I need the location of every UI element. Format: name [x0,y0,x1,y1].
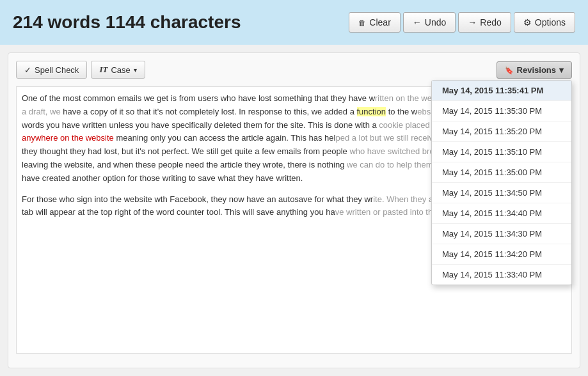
toolbar-left: Spell Check IT Case [16,61,145,79]
revisions-caret: ▾ [559,65,564,75]
revision-item-3[interactable]: May 14, 2015 11:35:10 PM [432,142,571,162]
revision-item-4[interactable]: May 14, 2015 11:35:00 PM [432,162,571,183]
check-icon [24,65,31,75]
revisions-button[interactable]: Revisions ▾ [497,61,572,79]
spell-check-button[interactable]: Spell Check [16,61,87,79]
header: 214 words 1144 characters Clear Undo Red… [0,0,588,45]
revision-item-8[interactable]: May 14, 2015 11:34:20 PM [432,244,571,265]
bookmark-icon [505,65,514,75]
revision-item-5[interactable]: May 14, 2015 11:34:50 PM [432,183,571,203]
revisions-dropdown: May 14, 2015 11:35:41 PM May 14, 2015 11… [431,80,572,285]
revision-item-9[interactable]: May 14, 2015 11:33:40 PM [432,265,571,285]
header-buttons: Clear Undo Redo Options [349,12,575,33]
trash-icon [358,17,366,27]
revision-item-1[interactable]: May 14, 2015 11:35:30 PM [432,101,571,121]
clear-button[interactable]: Clear [349,12,400,33]
undo-button[interactable]: Undo [403,12,456,33]
case-label: IT [99,65,107,75]
case-button[interactable]: IT Case [91,61,145,79]
revision-item-0[interactable]: May 14, 2015 11:35:41 PM [432,81,571,101]
revision-item-6[interactable]: May 14, 2015 11:34:40 PM [432,203,571,224]
options-button[interactable]: Options [514,12,575,33]
gear-icon [523,17,532,27]
undo-icon [413,17,422,27]
revision-item-2[interactable]: May 14, 2015 11:35:20 PM [432,121,571,142]
redo-icon [468,17,477,27]
word-count-display: 214 words 1144 characters [13,12,241,33]
redo-button[interactable]: Redo [458,12,511,33]
revision-item-7[interactable]: May 14, 2015 11:34:30 PM [432,224,571,244]
toolbar: Spell Check IT Case Revisions ▾ [16,61,572,79]
main-panel: Spell Check IT Case Revisions ▾ One of t… [8,52,580,368]
